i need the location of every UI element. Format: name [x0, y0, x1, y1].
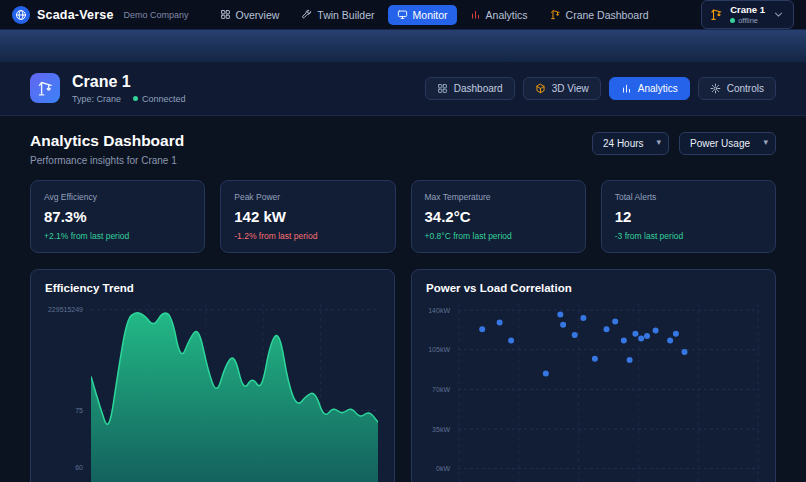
- page-subtitle: Performance insights for Crane 1: [30, 155, 184, 166]
- controls-button[interactable]: Controls: [698, 77, 776, 100]
- metric-select[interactable]: Power Usage: [679, 132, 776, 155]
- bar-chart-icon: [470, 9, 481, 20]
- stat-card-avg-efficiency: Avg Efficiency 87.3% +2.1% from last per…: [30, 180, 205, 253]
- bar-chart-icon: [621, 83, 632, 94]
- y-axis-label: 0kW: [426, 465, 450, 472]
- stat-label: Peak Power: [234, 192, 381, 202]
- nav-item-overview[interactable]: Overview: [211, 5, 289, 25]
- status-dot: [730, 18, 735, 23]
- device-header: Crane 1 Type: Crane Connected Dashboard …: [0, 62, 806, 116]
- hero-band: [0, 30, 806, 62]
- stat-value: 87.3%: [44, 208, 191, 225]
- wrench-icon: [301, 9, 312, 20]
- nav-items: Overview Twin Builder Monitor Analytics …: [211, 5, 696, 25]
- stat-label: Total Alerts: [615, 192, 762, 202]
- globe-icon: [12, 6, 30, 24]
- device-subtitle: Type: Crane Connected: [72, 94, 186, 104]
- stat-value: 34.2°C: [425, 208, 572, 225]
- crane-icon: [710, 8, 723, 21]
- stat-delta: +2.1% from last period: [44, 231, 191, 241]
- device-name: Crane 1: [730, 4, 765, 15]
- y-axis-label: 140kW: [426, 307, 450, 314]
- stat-value: 142 kW: [234, 208, 381, 225]
- nav-item-label: Monitor: [413, 9, 448, 21]
- device-status-label: offline: [738, 16, 758, 25]
- nav-item-analytics[interactable]: Analytics: [461, 5, 537, 25]
- y-axis-label: 60: [45, 464, 83, 471]
- power-load-correlation-card: Power vs Load Correlation 140kW105kW70kW…: [411, 269, 776, 482]
- status-dot: [133, 96, 138, 101]
- device-status: offline: [730, 16, 765, 25]
- chart-title: Power vs Load Correlation: [426, 282, 761, 294]
- monitor-icon: [397, 9, 408, 20]
- stat-label: Max Temperature: [425, 192, 572, 202]
- chart-title: Efficiency Trend: [45, 282, 380, 294]
- cube-icon: [535, 83, 546, 94]
- stat-card-peak-power: Peak Power 142 kW -1.2% from last period: [220, 180, 395, 253]
- y-axis-label: 70kW: [426, 386, 450, 393]
- analytics-button[interactable]: Analytics: [609, 77, 690, 100]
- device-selector-text: Crane 1 offline: [730, 4, 765, 24]
- nav-item-label: Crane Dashboard: [566, 9, 649, 21]
- button-label: Analytics: [638, 83, 678, 94]
- filters: 24 Hours Power Usage: [592, 132, 776, 155]
- nav-item-label: Twin Builder: [317, 9, 374, 21]
- stat-value: 12: [615, 208, 762, 225]
- nav-item-crane-dashboard[interactable]: Crane Dashboard: [541, 5, 658, 25]
- top-navbar: Scada-Verse Demo Company Overview Twin B…: [0, 0, 806, 30]
- page-title: Analytics Dashboard: [30, 132, 184, 150]
- power-load-correlation-plot: 140kW105kW70kW35kW0kW: [426, 304, 761, 482]
- stat-card-max-temperature: Max Temperature 34.2°C +0.8°C from last …: [411, 180, 586, 253]
- nav-item-monitor[interactable]: Monitor: [388, 5, 457, 25]
- device-avatar: [30, 73, 60, 103]
- main-content: Analytics Dashboard Performance insights…: [0, 116, 806, 482]
- stat-label: Avg Efficiency: [44, 192, 191, 202]
- nav-item-label: Overview: [236, 9, 280, 21]
- time-range-select[interactable]: 24 Hours: [592, 132, 669, 155]
- threed-view-button[interactable]: 3D View: [523, 77, 601, 100]
- y-axis-label: 35kW: [426, 426, 450, 433]
- device-title: Crane 1: [72, 73, 186, 91]
- crane-icon: [37, 80, 54, 97]
- button-label: Dashboard: [454, 83, 503, 94]
- connection-status: Connected: [133, 94, 186, 104]
- time-range-select-wrap: 24 Hours: [592, 132, 669, 155]
- nav-item-label: Analytics: [486, 9, 528, 21]
- overview-icon: [220, 9, 231, 20]
- metric-select-wrap: Power Usage: [679, 132, 776, 155]
- stat-delta: -3 from last period: [615, 231, 762, 241]
- brand-name: Scada-Verse: [37, 8, 114, 22]
- efficiency-trend-plot: 2295152497560: [45, 304, 380, 482]
- device-view-buttons: Dashboard 3D View Analytics Controls: [425, 77, 776, 100]
- chevron-down-icon: [772, 8, 785, 21]
- charts-row: Efficiency Trend 2295152497560 Power vs …: [30, 269, 776, 482]
- stat-delta: +0.8°C from last period: [425, 231, 572, 241]
- device-title-block: Crane 1 Type: Crane Connected: [72, 73, 186, 104]
- y-axis-label: 229515249: [45, 306, 83, 313]
- nav-item-twin-builder[interactable]: Twin Builder: [292, 5, 383, 25]
- crane-icon: [550, 9, 561, 20]
- y-axis-label: 75: [45, 407, 83, 414]
- company-name: Demo Company: [124, 10, 189, 20]
- y-axis-label: 105kW: [426, 346, 450, 353]
- page-title-block: Analytics Dashboard Performance insights…: [30, 132, 184, 166]
- device-type-label: Type: Crane: [72, 94, 121, 104]
- page-head: Analytics Dashboard Performance insights…: [30, 132, 776, 166]
- gear-icon: [710, 83, 721, 94]
- stats-row: Avg Efficiency 87.3% +2.1% from last per…: [30, 180, 776, 253]
- connection-label: Connected: [142, 94, 186, 104]
- brand: Scada-Verse Demo Company: [12, 6, 189, 24]
- stat-delta: -1.2% from last period: [234, 231, 381, 241]
- device-selector[interactable]: Crane 1 offline: [701, 0, 794, 28]
- grid-icon: [437, 83, 448, 94]
- efficiency-trend-card: Efficiency Trend 2295152497560: [30, 269, 395, 482]
- stat-card-total-alerts: Total Alerts 12 -3 from last period: [601, 180, 776, 253]
- dashboard-button[interactable]: Dashboard: [425, 77, 515, 100]
- button-label: 3D View: [552, 83, 589, 94]
- button-label: Controls: [727, 83, 764, 94]
